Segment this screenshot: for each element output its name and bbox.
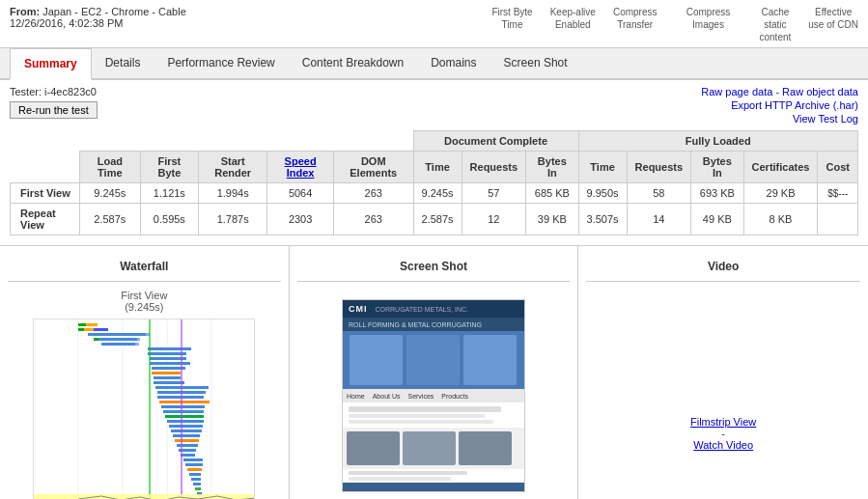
nav-screen-shot[interactable]: Screen Shot bbox=[490, 48, 581, 78]
waterfall-image bbox=[33, 319, 255, 499]
col-dc-requests: Requests bbox=[462, 152, 526, 183]
svg-rect-34 bbox=[169, 425, 203, 428]
svg-rect-0 bbox=[34, 319, 255, 499]
rerun-button[interactable]: Re-run the test bbox=[10, 101, 98, 119]
svg-rect-14 bbox=[98, 338, 137, 341]
metric-cache-static: Cachestaticcontent bbox=[760, 6, 792, 43]
metric-keep-alive: Keep-aliveEnabled bbox=[550, 6, 596, 43]
cell-fl-cost-fv: $$--- bbox=[818, 183, 858, 204]
nav-domains[interactable]: Domains bbox=[417, 48, 490, 78]
first-view-label: First View (9.245s) bbox=[121, 290, 167, 313]
svg-rect-41 bbox=[183, 458, 203, 461]
raw-data-links: Raw page data - Raw object data bbox=[701, 86, 858, 97]
export-http-link[interactable]: Export HTTP Archive (.har) bbox=[731, 99, 858, 111]
svg-rect-16 bbox=[101, 343, 135, 346]
video-col: Video Filmstrip View - Watch Video bbox=[578, 246, 868, 499]
cell-load-time-rv: 2.587s bbox=[79, 204, 140, 236]
cell-load-time-fv: 9.245s bbox=[79, 183, 140, 204]
view-test-log-link[interactable]: View Test Log bbox=[793, 113, 858, 125]
svg-rect-36 bbox=[173, 434, 200, 437]
from-date: 12/26/2016, 4:02:38 PM bbox=[10, 17, 123, 29]
cell-dc-time-fv: 9.245s bbox=[413, 183, 462, 204]
svg-rect-25 bbox=[154, 381, 184, 384]
from-value: Japan - EC2 - Chrome - Cable bbox=[42, 6, 186, 17]
svg-rect-43 bbox=[187, 468, 202, 471]
cell-fl-certs-rv: 8 KB bbox=[743, 204, 818, 236]
raw-object-data-link[interactable]: Raw object data bbox=[782, 86, 858, 97]
svg-rect-37 bbox=[175, 439, 199, 442]
svg-rect-6 bbox=[78, 323, 86, 326]
col-fl-time: Time bbox=[578, 152, 627, 183]
toolbar-left: Tester: i-4ec823c0 Re-run the test bbox=[10, 86, 98, 119]
screenshot-image: CMI CORRUGATED METALS, INC. ROLL FORMING… bbox=[342, 299, 525, 492]
toolbar-right: Raw page data - Raw object data Export H… bbox=[701, 86, 858, 125]
cell-first-byte-fv: 1.121s bbox=[140, 183, 198, 204]
cell-fl-certs-fv: 29 KB bbox=[743, 183, 818, 204]
nav-details[interactable]: Details bbox=[92, 48, 154, 78]
svg-rect-24 bbox=[154, 376, 181, 379]
cell-fl-bytes-fv: 693 KB bbox=[691, 183, 743, 204]
svg-rect-47 bbox=[195, 487, 201, 490]
header-from: From: Japan - EC2 - Chrome - Cable 12/26… bbox=[10, 6, 186, 29]
row-label-first-view: First View bbox=[11, 183, 80, 204]
svg-rect-29 bbox=[159, 401, 210, 403]
svg-rect-28 bbox=[157, 396, 204, 399]
cell-dc-requests-fv: 57 bbox=[462, 183, 526, 204]
col-fl-requests: Requests bbox=[627, 152, 691, 183]
svg-rect-23 bbox=[152, 372, 181, 374]
waterfall-col: Waterfall First View (9.245s) bbox=[0, 246, 290, 499]
col-first-byte: First Byte bbox=[140, 152, 198, 183]
screenshot-container: CMI CORRUGATED METALS, INC. ROLL FORMING… bbox=[297, 290, 571, 492]
col-fl-bytes-in: Bytes In bbox=[691, 152, 743, 183]
cell-fl-requests-fv: 58 bbox=[627, 183, 691, 204]
cell-fl-time-fv: 9.950s bbox=[578, 183, 627, 204]
screenshot-col: Screen Shot CMI CORRUGATED METALS, INC. … bbox=[290, 246, 579, 499]
cell-dc-bytes-rv: 39 KB bbox=[526, 204, 578, 236]
results-table: Document Complete Fully Loaded Load Time… bbox=[10, 130, 858, 236]
tester-id: Tester: i-4ec823c0 bbox=[10, 86, 98, 97]
cell-dc-bytes-fv: 685 KB bbox=[526, 183, 578, 204]
cell-fl-requests-rv: 14 bbox=[627, 204, 691, 236]
nav-bar: Summary Details Performance Review Conte… bbox=[0, 48, 868, 80]
metric-first-byte: First ByteTime bbox=[491, 6, 532, 43]
nav-content-breakdown[interactable]: Content Breakdown bbox=[289, 48, 417, 78]
waterfall-header: Waterfall bbox=[8, 254, 281, 282]
svg-rect-33 bbox=[167, 420, 204, 423]
cell-fl-bytes-rv: 49 KB bbox=[691, 204, 743, 236]
nav-summary[interactable]: Summary bbox=[10, 48, 92, 80]
svg-rect-32 bbox=[165, 415, 204, 418]
from-label: From: bbox=[10, 6, 42, 17]
svg-rect-38 bbox=[177, 444, 198, 447]
svg-rect-13 bbox=[94, 338, 98, 341]
svg-rect-19 bbox=[148, 352, 186, 355]
cell-dom-rv: 263 bbox=[333, 204, 413, 236]
cell-first-byte-rv: 0.595s bbox=[140, 204, 198, 236]
svg-rect-46 bbox=[193, 483, 201, 485]
raw-page-data-link[interactable]: Raw page data bbox=[701, 86, 775, 97]
nav-performance-review[interactable]: Performance Review bbox=[154, 48, 288, 78]
doc-complete-header: Document Complete bbox=[413, 131, 578, 152]
col-dom-elements: DOM Elements bbox=[333, 152, 413, 183]
cell-dom-fv: 263 bbox=[333, 183, 413, 204]
col-dc-bytes-in: Bytes In bbox=[526, 152, 578, 183]
table-row: Repeat View 2.587s 0.595s 1.787s 2303 26… bbox=[11, 204, 858, 236]
watch-video-link[interactable]: Watch Video bbox=[690, 439, 756, 451]
svg-rect-8 bbox=[78, 328, 84, 331]
svg-rect-9 bbox=[84, 328, 94, 331]
cell-dc-time-rv: 2.587s bbox=[413, 204, 462, 236]
svg-rect-7 bbox=[86, 323, 98, 326]
waterfall-svg bbox=[34, 319, 255, 499]
col-dc-time: Time bbox=[413, 152, 462, 183]
svg-rect-44 bbox=[189, 473, 201, 476]
row-label-repeat-view: Repeat View bbox=[11, 204, 80, 236]
cell-dc-requests-rv: 12 bbox=[462, 204, 526, 236]
cell-speed-index-fv: 5064 bbox=[267, 183, 334, 204]
metric-compress-transfer: CompressTransfer bbox=[613, 6, 658, 43]
svg-rect-45 bbox=[191, 478, 201, 481]
filmstrip-view-link[interactable]: Filmstrip View bbox=[690, 416, 756, 428]
metric-compress-images: Compress Images bbox=[675, 6, 742, 43]
svg-rect-18 bbox=[148, 347, 191, 350]
cell-start-render-rv: 1.787s bbox=[199, 204, 267, 236]
svg-rect-10 bbox=[94, 328, 108, 331]
col-fl-cost: Cost bbox=[818, 152, 858, 183]
